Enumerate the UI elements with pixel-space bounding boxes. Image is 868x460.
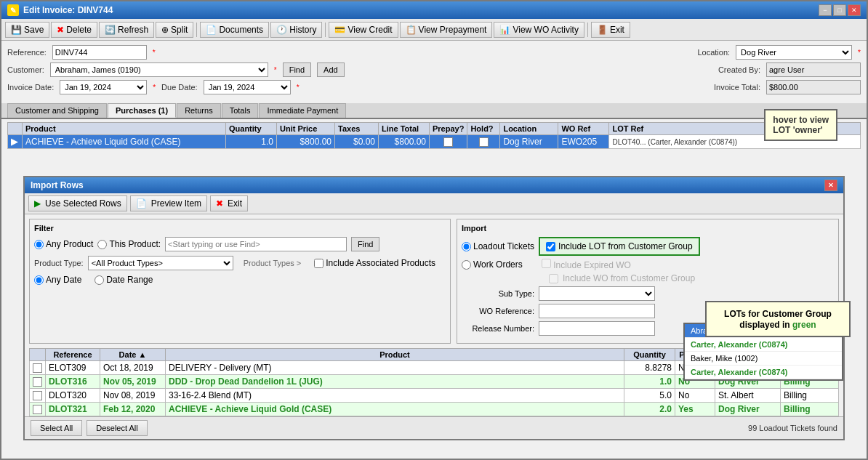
work-orders-radio-label[interactable]: Work Orders [462,259,523,270]
minimize-button[interactable]: − [819,4,832,16]
prepay-cell: Yes [675,403,715,416]
preview-icon: 📄 [136,198,147,209]
include-wo-group-checkbox [549,274,558,283]
exit-icon: 🚪 [597,25,608,35]
hold-checkbox[interactable] [479,137,489,147]
delete-button[interactable]: ✖Delete [51,22,97,38]
product-type-label: Product Type: [34,259,84,267]
row-checkbox[interactable] [33,377,42,387]
documents-button[interactable]: 📄Documents [200,22,269,38]
any-date-radio-label[interactable]: Any Date [34,275,81,285]
loc-cell: Dog River [715,403,781,416]
any-date-radio[interactable] [34,275,44,285]
list-item[interactable]: DLOT320 Nov 08, 2019 33-16-2.4 Blend (MT… [30,389,839,403]
this-product-radio[interactable] [97,240,107,249]
tab-immediate-payment[interactable]: Immediate Payment [259,103,346,118]
product-type-select[interactable]: <All Product Types> [88,256,233,270]
tab-returns[interactable]: Returns [177,103,221,118]
any-product-radio-label[interactable]: Any Product [34,239,93,249]
loadout-radio[interactable] [462,242,471,251]
delete-icon: ✖ [57,25,64,35]
form-row-3: Invoice Date: Jan 19, 2024 * Due Date: J… [7,80,861,94]
col-date: Date ▲ [100,349,166,361]
this-product-radio-label[interactable]: This Product: [97,239,161,249]
list-item[interactable]: DLOT321 Feb 12, 2020 ACHIEVE - Achieve L… [30,403,839,416]
sub-type-select[interactable] [539,286,655,301]
select-all-button[interactable]: Select All [31,420,82,436]
customer-item-1[interactable]: Carter, Alexander (C0874) [685,338,842,352]
product-filter-input[interactable] [165,237,347,251]
window-title: Edit Invoice: DINV744 [23,5,113,15]
invoice-date-select[interactable]: Jan 19, 2024 [60,80,147,94]
refresh-button[interactable]: 🔄Refresh [99,22,154,38]
tab-customer-shipping[interactable]: Customer and Shipping [7,103,107,118]
tooltip-box: hover to viewLOT 'owner' [764,109,837,141]
include-expired-wo-checkbox [542,259,551,268]
maximize-button[interactable]: □ [833,4,846,16]
include-associated-label[interactable]: Include Associated Products [314,258,435,268]
add-button[interactable]: Add [317,62,345,77]
col-hold: Hold? [467,123,500,135]
row-checkbox[interactable] [33,391,42,400]
title-bar-left: ✎ Edit Invoice: DINV744 [7,4,113,16]
app-icon: ✎ [7,4,19,16]
close-button[interactable]: ✕ [848,4,861,16]
lots-note-text: LOTs for Customer Groupdisplayed in gree… [724,309,832,330]
line-total-cell: $800.00 [379,135,430,149]
dialog-close-button[interactable]: ✕ [824,179,837,191]
customer-select[interactable]: Abraham, James (0190) [50,62,268,77]
history-button[interactable]: 🕐History [270,22,322,38]
view-prepayment-button[interactable]: 📋View Prepayment [400,22,493,38]
date-range-radio-label[interactable]: Date Range [95,275,153,285]
import-row-wo: Work Orders Include Expired WO [462,259,834,270]
split-button[interactable]: ⊕Split [156,22,193,38]
find-button[interactable]: Find [283,62,311,77]
tabs-bar: Customer and Shipping Purchases (1) Retu… [1,103,867,119]
toolbar-separator [196,23,197,37]
tab-purchases[interactable]: Purchases (1) [108,103,176,118]
tab-totals[interactable]: Totals [222,103,259,118]
save-button[interactable]: 💾Save [5,22,49,38]
customer-item-2[interactable]: Baker, Mike (1002) [685,352,842,366]
view-credit-button[interactable]: 💳View Credit [329,22,398,38]
col-arrow [8,123,23,135]
include-associated-checkbox[interactable] [314,259,324,268]
reference-input[interactable] [52,45,147,60]
col-taxes: Taxes [335,123,379,135]
dialog-exit-button[interactable]: ✖Exit [210,195,248,211]
prepay-checkbox[interactable] [443,137,453,147]
row-checkbox[interactable] [33,405,42,414]
work-orders-radio[interactable] [462,260,471,270]
hold-cell[interactable] [467,135,500,149]
row-checkbox[interactable] [33,363,42,373]
refresh-icon: 🔄 [105,25,116,35]
customer-item-3[interactable]: Carter, Alexander (C0874) [685,366,842,379]
table-row[interactable]: ▶ ACHIEVE - Achieve Liquid Gold (CASE) 1… [8,135,861,149]
loadout-radio-label[interactable]: Loadout Tickets [462,241,534,251]
qty-cell: 8.8278 [624,361,675,375]
any-product-radio[interactable] [34,240,44,249]
ref-cell: DLOT321 [46,403,100,416]
product-find-button[interactable]: Find [351,237,379,251]
save-icon: 💾 [11,25,22,35]
location-select[interactable]: Dog River [736,45,852,60]
ref-cell: DLOT316 [46,375,100,389]
product-types-link[interactable]: Product Types > [244,259,302,267]
use-selected-rows-button[interactable]: ▶Use Selected Rows [28,195,127,211]
deselect-all-button[interactable]: Deselect All [87,420,147,436]
view-wo-button[interactable]: 📊View WO Activity [494,22,584,38]
prepayment-icon: 📋 [406,25,417,35]
loc-cell: St. Albert [715,389,781,403]
date-range-radio[interactable] [95,275,104,285]
preview-item-button[interactable]: 📄Preview Item [130,195,207,211]
col-check [30,349,46,361]
exit-button[interactable]: 🚪Exit [591,22,630,38]
release-number-input[interactable] [539,321,655,336]
prepay-cell[interactable] [430,135,467,149]
due-date-select[interactable]: Jan 19, 2024 [204,80,291,94]
include-lot-box: Include LOT from Customer Group [539,237,700,256]
wo-reference-input[interactable] [539,304,655,318]
main-window: ✎ Edit Invoice: DINV744 − □ ✕ 💾Save ✖Del… [0,0,868,460]
include-lot-checkbox[interactable] [546,242,555,251]
credit-icon: 💳 [334,25,345,35]
